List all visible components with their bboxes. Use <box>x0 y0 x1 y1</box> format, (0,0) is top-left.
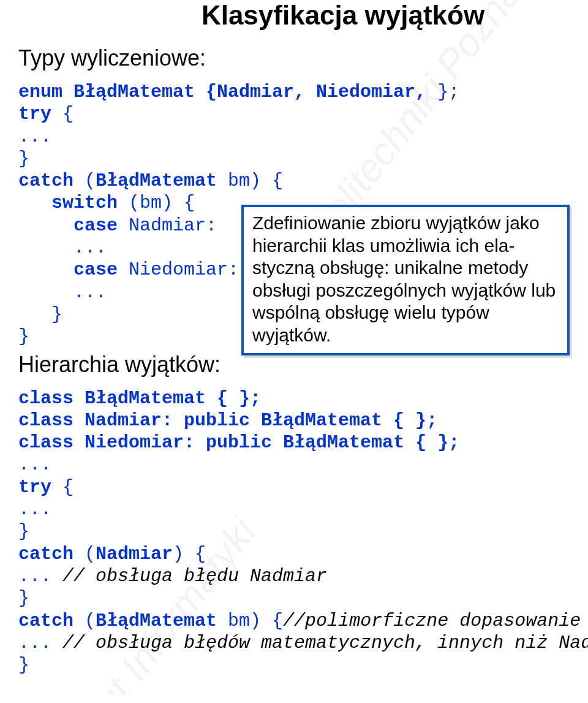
kw-catch: catch <box>18 544 74 564</box>
code-text: Nadmiar <box>96 544 173 564</box>
kw-case: case <box>74 215 118 236</box>
code-text: BłądMatemat { }; <box>272 432 459 453</box>
code-text: ... <box>18 633 51 653</box>
code-text: bm) { <box>217 170 283 191</box>
code-text: } <box>51 304 62 325</box>
kw-catch: catch <box>18 610 74 631</box>
code-text: ... <box>18 454 51 475</box>
kw-class: class <box>18 410 74 431</box>
code-text: { <box>51 477 74 498</box>
code-text: Nadmiar: <box>74 410 184 431</box>
code-text: ( <box>74 170 96 191</box>
code-text: BłądMatemat <box>96 610 217 631</box>
comment: // obsługa błędu Nadmiar <box>51 566 327 587</box>
code-text: }; <box>426 82 459 102</box>
upper-section: Typy wyliczeniowe: enum BłądMatemat {Nad… <box>18 45 570 378</box>
kw-case: case <box>74 259 118 280</box>
code-text: ... <box>18 499 51 520</box>
code-text: { <box>51 104 74 124</box>
section-label-enum: Typy wyliczeniowe: <box>18 45 570 71</box>
code-text: Niedomiar: <box>74 432 206 453</box>
kw-class: class <box>18 388 74 409</box>
code-text: } <box>18 521 29 542</box>
code-text: BłądMatemat {Nadmiar, Niedomiar, <box>62 82 426 102</box>
code-text: ... <box>74 282 107 303</box>
page-title: Klasyfikacja wyjątków <box>116 0 570 31</box>
code-text: BłądMatemat { }; <box>74 388 261 409</box>
code-text: ( <box>74 544 96 564</box>
kw-public: public <box>184 410 250 431</box>
code-block-hierarchy: class BłądMatemat { }; class Nadmiar: pu… <box>18 387 570 677</box>
section-label-hierarchy: Hierarchia wyjątków: <box>18 352 570 378</box>
code-text: bm) { <box>217 610 283 631</box>
code-text: Niedomiar: <box>118 259 239 280</box>
kw-try: try <box>18 477 51 498</box>
kw-class: class <box>18 432 74 453</box>
code-text: ... <box>74 237 107 258</box>
kw-public: public <box>206 432 272 453</box>
code-text: } <box>18 148 29 169</box>
code-text: BłądMatemat <box>96 170 217 191</box>
code-text: } <box>18 655 29 675</box>
comment: //polimorficzne dopasowanie wyjątku <box>283 610 588 631</box>
kw-try: try <box>18 104 51 124</box>
code-text: } <box>18 326 29 347</box>
code-text: ... <box>18 126 51 147</box>
code-text: Nadmiar: <box>118 215 217 236</box>
code-text: BłądMatemat { }; <box>250 410 437 431</box>
kw-enum: enum <box>18 82 62 102</box>
callout-text: Zdefiniowanie zbioru wyjątków jako hiera… <box>252 213 556 345</box>
code-text: ... <box>18 566 51 587</box>
kw-catch: catch <box>18 170 74 191</box>
code-text: } <box>18 588 29 609</box>
code-text: ( <box>74 610 96 631</box>
kw-switch: switch <box>51 192 118 213</box>
code-text: ) { <box>173 544 206 564</box>
callout-box: Zdefiniowanie zbioru wyjątków jako hiera… <box>241 205 570 355</box>
comment: // obsługa błędów matematycznych, innych… <box>51 633 588 653</box>
code-text: (bm) { <box>118 192 195 213</box>
